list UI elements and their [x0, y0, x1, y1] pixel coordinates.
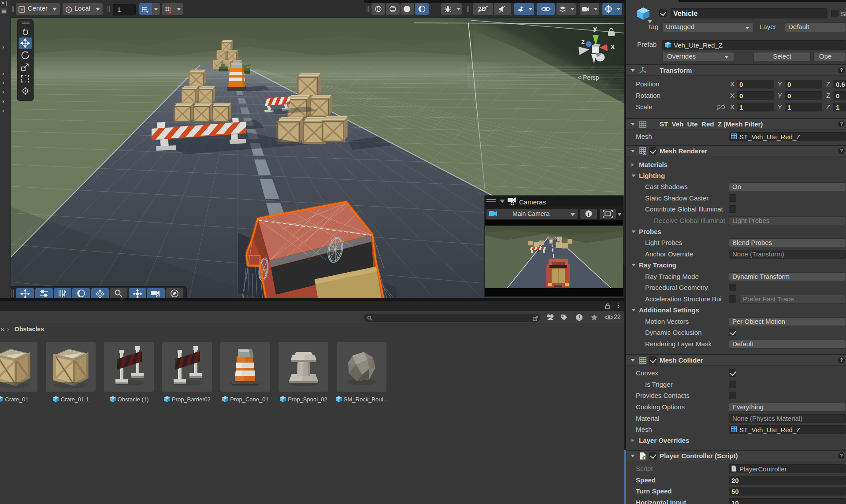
svg-text:Y: Y	[146, 10, 148, 14]
svg-text:i: i	[588, 211, 589, 217]
svg-text:y: y	[593, 25, 597, 32]
svg-text:< Persp: < Persp	[578, 74, 599, 81]
svg-text:z: z	[581, 38, 585, 45]
svg-text:x: x	[611, 43, 615, 50]
svg-text:Cameras: Cameras	[519, 198, 546, 206]
svg-text:Main Camera: Main Camera	[512, 210, 549, 217]
